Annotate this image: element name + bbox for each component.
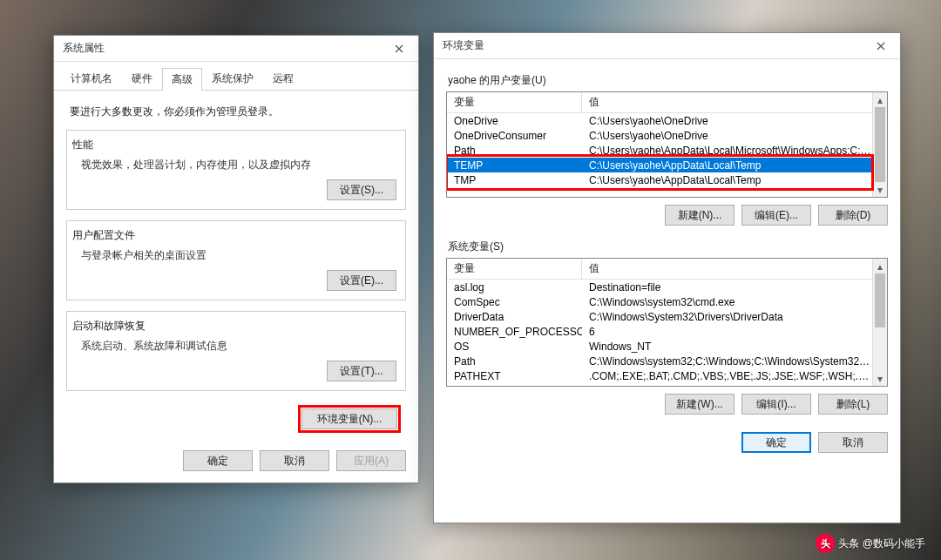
cell-value: C:\Users\yaohe\OneDrive — [582, 130, 872, 142]
system-edit-button[interactable]: 编辑(I)... — [741, 394, 811, 415]
cancel-button[interactable]: 取消 — [818, 432, 888, 453]
table-row[interactable]: PathC:\Users\yaohe\AppData\Local\Microso… — [447, 143, 872, 158]
scroll-down-icon[interactable]: ▾ — [873, 182, 887, 197]
environment-variables-dialog: 环境变量 yaohe 的用户变量(U) 变量 值 OneDriveC:\User… — [433, 32, 901, 523]
user-delete-button[interactable]: 删除(D) — [818, 205, 888, 226]
cell-variable: TEMP — [447, 159, 582, 172]
tab-advanced[interactable]: 高级 — [162, 68, 202, 91]
environment-variables-button[interactable]: 环境变量(N)... — [301, 408, 397, 429]
toutiao-logo-icon: 头 — [816, 534, 835, 553]
userprofile-title: 用户配置文件 — [72, 228, 396, 243]
table-row[interactable]: PATHEXT.COM;.EXE;.BAT;.CMD;.VBS;.VBE;.JS… — [447, 368, 872, 383]
scrollbar[interactable]: ▴ ▾ — [872, 92, 887, 197]
cancel-button[interactable]: 取消 — [260, 450, 329, 471]
apply-button[interactable]: 应用(A) — [336, 450, 406, 471]
table-row[interactable]: PathC:\Windows\system32;C:\Windows;C:\Wi… — [447, 354, 872, 368]
watermark-text: 头条 @数码小能手 — [838, 536, 925, 551]
tab-remote[interactable]: 远程 — [263, 67, 303, 90]
cell-variable: OS — [447, 341, 582, 353]
table-row[interactable]: ComSpecC:\Windows\system32\cmd.exe — [447, 294, 872, 309]
performance-settings-button[interactable]: 设置(S)... — [327, 179, 396, 200]
startup-title: 启动和故障恢复 — [72, 319, 396, 334]
column-variable[interactable]: 变量 — [447, 92, 582, 112]
table-row[interactable]: OneDriveC:\Users\yaohe\OneDrive — [447, 113, 872, 128]
user-variables-label: yaohe 的用户变量(U) — [448, 73, 888, 88]
titlebar[interactable]: 系统属性 — [54, 36, 418, 62]
column-value[interactable]: 值 — [582, 92, 887, 112]
system-variables-label: 系统变量(S) — [448, 240, 888, 254]
performance-group: 性能 视觉效果，处理器计划，内存使用，以及虚拟内存 设置(S)... — [66, 130, 406, 210]
cell-value: C:\Windows\system32\cmd.exe — [582, 296, 872, 308]
tab-system-protection[interactable]: 系统保护 — [202, 67, 263, 90]
tab-hardware[interactable]: 硬件 — [122, 67, 162, 90]
cell-variable: OneDriveConsumer — [447, 130, 582, 142]
cell-variable: Path — [447, 145, 582, 157]
table-row[interactable]: TEMPC:\Users\yaohe\AppData\Local\Temp — [447, 158, 872, 172]
table-row[interactable]: OSWindows_NT — [447, 339, 872, 354]
window-title: 系统属性 — [63, 41, 105, 56]
userprofile-group: 用户配置文件 与登录帐户相关的桌面设置 设置(E)... — [66, 220, 406, 300]
titlebar[interactable]: 环境变量 — [434, 33, 900, 59]
scroll-down-icon[interactable]: ▾ — [873, 371, 887, 386]
cell-value: Windows_NT — [582, 341, 872, 353]
cell-value: C:\Windows\system32;C:\Windows;C:\Window… — [582, 355, 872, 368]
cell-value: C:\Users\yaohe\OneDrive — [582, 115, 872, 127]
close-button[interactable] — [383, 37, 415, 61]
close-icon — [877, 42, 885, 51]
scrollbar[interactable]: ▴ ▾ — [872, 259, 887, 386]
userprofile-desc: 与登录帐户相关的桌面设置 — [81, 248, 396, 263]
cell-variable: Path — [447, 355, 582, 368]
cell-value: C:\Users\yaohe\AppData\Local\Temp — [582, 174, 872, 186]
ok-button[interactable]: 确定 — [183, 450, 253, 471]
system-delete-button[interactable]: 删除(L) — [818, 394, 888, 415]
cell-value: Destination=file — [582, 281, 872, 293]
scroll-up-icon[interactable]: ▴ — [873, 259, 887, 273]
table-row[interactable]: DriverDataC:\Windows\System32\Drivers\Dr… — [447, 309, 872, 324]
cell-variable: DriverData — [447, 311, 582, 323]
column-variable[interactable]: 变量 — [447, 259, 582, 279]
startup-settings-button[interactable]: 设置(T)... — [327, 361, 396, 381]
close-button[interactable] — [865, 34, 897, 58]
cell-value: 6 — [582, 326, 872, 338]
user-new-button[interactable]: 新建(N)... — [665, 205, 735, 226]
user-edit-button[interactable]: 编辑(E)... — [741, 205, 811, 226]
ok-button[interactable]: 确定 — [741, 432, 811, 453]
system-variables-table[interactable]: 变量 值 asl.logDestination=fileComSpecC:\Wi… — [446, 258, 888, 387]
table-row[interactable]: TMPC:\Users\yaohe\AppData\Local\Temp — [447, 172, 872, 187]
scroll-up-icon[interactable]: ▴ — [873, 92, 887, 107]
tab-strip: 计算机名 硬件 高级 系统保护 远程 — [54, 62, 418, 91]
column-value[interactable]: 值 — [582, 259, 887, 279]
cell-value: C:\Users\yaohe\AppData\Local\Temp — [582, 159, 872, 172]
system-properties-dialog: 系统属性 计算机名 硬件 高级 系统保护 远程 要进行大多数更改，你必须作为管理… — [53, 35, 419, 483]
user-variables-table[interactable]: 变量 值 OneDriveC:\Users\yaohe\OneDriveOneD… — [446, 91, 888, 198]
cell-value: .COM;.EXE;.BAT;.CMD;.VBS;.VBE;.JS;.JSE;.… — [582, 370, 872, 382]
annotation-highlight: 环境变量(N)... — [298, 405, 401, 433]
cell-variable: NUMBER_OF_PROCESSORS — [447, 326, 582, 338]
userprofile-settings-button[interactable]: 设置(E)... — [327, 270, 396, 291]
startup-desc: 系统启动、系统故障和调试信息 — [81, 339, 396, 354]
tab-computer-name[interactable]: 计算机名 — [61, 67, 122, 90]
cell-variable: asl.log — [447, 281, 582, 293]
window-title: 环境变量 — [443, 38, 484, 53]
cell-variable: TMP — [447, 174, 582, 186]
cell-variable: OneDrive — [447, 115, 582, 127]
performance-title: 性能 — [72, 138, 396, 152]
system-new-button[interactable]: 新建(W)... — [665, 394, 735, 415]
cell-variable: ComSpec — [447, 296, 582, 308]
startup-group: 启动和故障恢复 系统启动、系统故障和调试信息 设置(T)... — [66, 311, 406, 391]
table-row[interactable]: asl.logDestination=file — [447, 280, 872, 294]
dialog-footer: 确定 取消 应用(A) — [54, 442, 418, 480]
table-row[interactable]: OneDriveConsumerC:\Users\yaohe\OneDrive — [447, 128, 872, 143]
cell-variable: PATHEXT — [447, 370, 582, 382]
table-row[interactable]: NUMBER_OF_PROCESSORS6 — [447, 324, 872, 339]
performance-desc: 视觉效果，处理器计划，内存使用，以及虚拟内存 — [81, 158, 396, 172]
cell-value: C:\Windows\System32\Drivers\DriverData — [582, 311, 872, 323]
cell-value: C:\Users\yaohe\AppData\Local\Microsoft\W… — [582, 145, 872, 157]
admin-note: 要进行大多数更改，你必须作为管理员登录。 — [70, 105, 406, 119]
close-icon — [395, 44, 403, 53]
watermark: 头 头条 @数码小能手 — [816, 534, 925, 553]
